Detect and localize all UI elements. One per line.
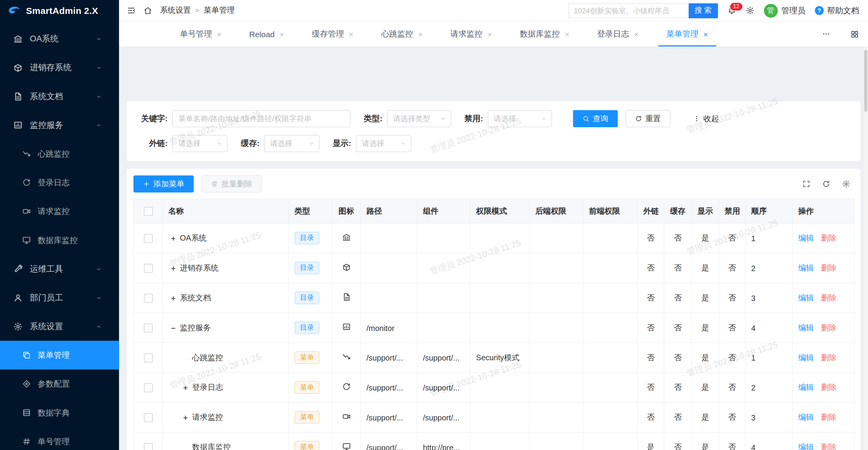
tab-reload[interactable]: Reload× [235, 22, 298, 46]
sidebar-item-employees[interactable]: 部门员工 [0, 283, 119, 312]
row-checkbox[interactable] [144, 443, 152, 450]
tree-expander[interactable]: + [168, 293, 178, 302]
row-checkbox[interactable] [144, 234, 152, 243]
visible-select[interactable]: 请选择 [356, 135, 411, 152]
disabled-select[interactable]: 请选择 [488, 110, 552, 127]
reset-button[interactable]: 重置 [625, 110, 670, 127]
row-name: 数据库监控 [192, 442, 231, 450]
tree-expander[interactable]: + [168, 234, 178, 243]
row-checkbox[interactable] [144, 324, 152, 332]
row-frontend-perm-cell [583, 313, 637, 343]
app-logo[interactable]: SmartAdmin 2.X [0, 0, 119, 21]
tab-db-monitor[interactable]: 数据库监控× [506, 22, 583, 46]
tab-cache-manage[interactable]: 缓存管理× [298, 22, 367, 46]
edit-link[interactable]: 编辑 [798, 442, 813, 450]
delete-link[interactable]: 删除 [821, 413, 836, 421]
main-area: 系统设置 > 菜单管理 搜 索 12 管 管理员 ? [119, 0, 868, 450]
row-checkbox[interactable] [144, 354, 152, 362]
sidebar-subitem-data-dict[interactable]: 数据字典 [0, 398, 119, 427]
sidebar-item-oa[interactable]: OA系统 [0, 25, 119, 53]
sidebar-subitem-menu-manage[interactable]: 菜单管理 [0, 341, 119, 369]
sidebar-item-monitor[interactable]: 监控服务 [0, 110, 119, 139]
tab-menu-manage[interactable]: 菜单管理× [653, 22, 722, 46]
row-disabled-cell: 否 [719, 432, 745, 450]
refresh-icon[interactable] [822, 180, 830, 188]
close-tab-icon[interactable]: × [565, 30, 569, 38]
row-checkbox[interactable] [144, 294, 152, 302]
collapse-filters-button[interactable]: 收起 [687, 110, 725, 127]
tabs-layout-button[interactable] [841, 30, 868, 38]
sidebar-item-inventory[interactable]: 进销存系统 [0, 53, 119, 82]
disabled-select-placeholder: 请选择 [494, 114, 516, 124]
collapse-sidebar-icon[interactable] [127, 6, 135, 15]
sidebar-item-ops-tools[interactable]: 运维工具 [0, 254, 119, 283]
tree-expander[interactable]: + [181, 383, 190, 392]
sidebar-subitem-heartbeat[interactable]: 心跳监控 [0, 139, 119, 168]
external-select[interactable]: 请选择 [172, 135, 227, 152]
cache-select[interactable]: 请选择 [264, 135, 319, 152]
delete-link[interactable]: 删除 [821, 293, 836, 301]
column-header: 禁用 [719, 199, 745, 223]
edit-link[interactable]: 编辑 [798, 353, 813, 361]
sidebar-subitem-db-monitor[interactable]: 数据库监控 [0, 226, 119, 254]
tab-login-log[interactable]: 登录日志× [583, 22, 652, 46]
row-backend-perm-cell [530, 283, 583, 313]
home-icon[interactable] [143, 6, 152, 15]
tabs-more-button[interactable] [811, 30, 841, 38]
sidebar-item-settings[interactable]: 系统设置 [0, 312, 119, 341]
delete-link[interactable]: 删除 [821, 263, 836, 272]
sidebar-subitem-request-monitor[interactable]: 请求监控 [0, 197, 119, 226]
delete-link[interactable]: 删除 [821, 442, 836, 450]
batch-delete-button[interactable]: 批量删除 [202, 175, 262, 193]
settings-icon[interactable] [745, 6, 754, 15]
fullscreen-icon[interactable] [802, 180, 810, 188]
user-menu[interactable]: 管 管理员 [764, 4, 805, 18]
delete-link[interactable]: 删除 [821, 233, 836, 242]
sidebar-subitem-param-config[interactable]: 参数配置 [0, 369, 119, 398]
notifications-button[interactable]: 12 [727, 6, 736, 15]
close-tab-icon[interactable]: × [634, 30, 639, 38]
query-button[interactable]: 查询 [573, 110, 618, 127]
row-checkbox[interactable] [144, 413, 152, 422]
sidebar-subitem-order-manage[interactable]: 单号管理 [0, 427, 119, 450]
close-tab-icon[interactable]: × [217, 30, 222, 38]
row-checkbox[interactable] [144, 384, 152, 392]
keyword-input[interactable] [172, 110, 350, 127]
edit-link[interactable]: 编辑 [798, 263, 813, 272]
tab-heartbeat[interactable]: 心跳监控× [367, 22, 436, 46]
chevron-down-icon [96, 295, 102, 301]
tab-order-manage[interactable]: 单号管理× [166, 22, 235, 46]
edit-link[interactable]: 编辑 [798, 233, 813, 242]
tree-expander[interactable]: + [168, 263, 178, 272]
scrollbar-thumb[interactable] [864, 50, 867, 112]
close-tab-icon[interactable]: × [418, 30, 423, 38]
delete-link[interactable]: 删除 [821, 353, 836, 361]
search-button[interactable]: 搜 索 [688, 3, 718, 18]
edit-link[interactable]: 编辑 [798, 323, 813, 331]
help-link[interactable]: ? 帮助文档 [815, 5, 859, 16]
tree-expander[interactable]: + [181, 413, 190, 422]
tab-request-monitor[interactable]: 请求监控× [437, 22, 506, 46]
name-wrap: +请求监控 [168, 413, 283, 422]
edit-link[interactable]: 编辑 [798, 293, 813, 301]
breadcrumb-item[interactable]: 系统设置 [160, 5, 191, 15]
column-settings-icon[interactable] [842, 180, 850, 188]
delete-link[interactable]: 删除 [821, 323, 836, 331]
row-checkbox[interactable] [144, 264, 152, 272]
close-tab-icon[interactable]: × [704, 30, 708, 38]
tree-expander[interactable]: − [168, 323, 178, 332]
search-input[interactable] [568, 3, 688, 18]
add-menu-button[interactable]: 添加菜单 [133, 175, 194, 193]
type-select[interactable]: 请选择类型 [387, 110, 451, 127]
sidebar-subitem-login-log[interactable]: 登录日志 [0, 168, 119, 197]
delete-link[interactable]: 删除 [821, 383, 836, 391]
select-all-checkbox[interactable] [144, 207, 152, 216]
close-tab-icon[interactable]: × [488, 30, 492, 38]
row-frontend-perm-cell [583, 373, 637, 403]
scrollbar[interactable] [864, 46, 868, 450]
close-tab-icon[interactable]: × [349, 30, 353, 38]
edit-link[interactable]: 编辑 [798, 413, 813, 421]
sidebar-item-docs[interactable]: 系统文档 [0, 82, 119, 110]
edit-link[interactable]: 编辑 [798, 383, 813, 391]
close-tab-icon[interactable]: × [280, 30, 284, 38]
